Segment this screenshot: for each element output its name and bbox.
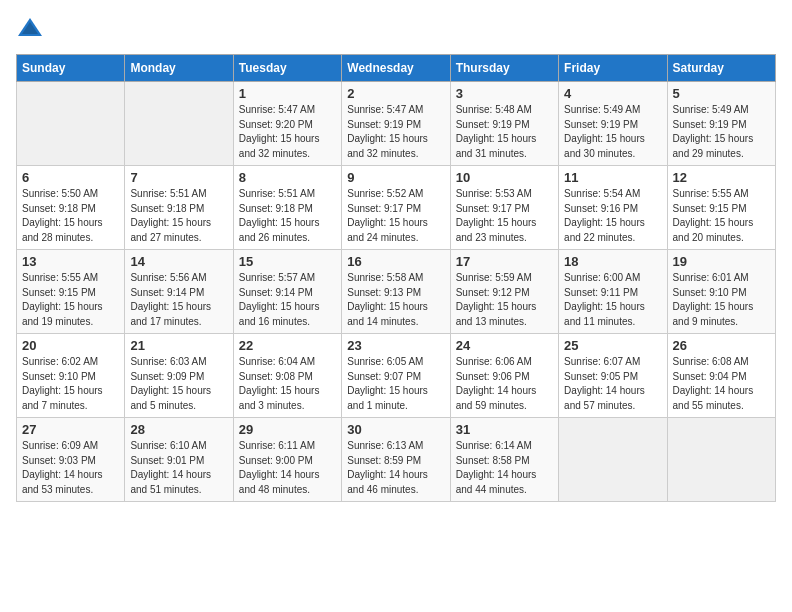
day-number: 25 xyxy=(564,338,661,353)
calendar-cell: 17Sunrise: 5:59 AM Sunset: 9:12 PM Dayli… xyxy=(450,250,558,334)
day-number: 13 xyxy=(22,254,119,269)
calendar-cell: 9Sunrise: 5:52 AM Sunset: 9:17 PM Daylig… xyxy=(342,166,450,250)
weekday-header-row: SundayMondayTuesdayWednesdayThursdayFrid… xyxy=(17,55,776,82)
day-info: Sunrise: 6:13 AM Sunset: 8:59 PM Dayligh… xyxy=(347,439,444,497)
day-info: Sunrise: 6:08 AM Sunset: 9:04 PM Dayligh… xyxy=(673,355,770,413)
day-info: Sunrise: 5:55 AM Sunset: 9:15 PM Dayligh… xyxy=(673,187,770,245)
day-info: Sunrise: 6:00 AM Sunset: 9:11 PM Dayligh… xyxy=(564,271,661,329)
calendar-cell: 23Sunrise: 6:05 AM Sunset: 9:07 PM Dayli… xyxy=(342,334,450,418)
day-info: Sunrise: 5:59 AM Sunset: 9:12 PM Dayligh… xyxy=(456,271,553,329)
calendar-cell: 10Sunrise: 5:53 AM Sunset: 9:17 PM Dayli… xyxy=(450,166,558,250)
day-info: Sunrise: 5:51 AM Sunset: 9:18 PM Dayligh… xyxy=(130,187,227,245)
day-number: 2 xyxy=(347,86,444,101)
weekday-header-monday: Monday xyxy=(125,55,233,82)
day-info: Sunrise: 6:02 AM Sunset: 9:10 PM Dayligh… xyxy=(22,355,119,413)
day-info: Sunrise: 5:56 AM Sunset: 9:14 PM Dayligh… xyxy=(130,271,227,329)
calendar-cell: 31Sunrise: 6:14 AM Sunset: 8:58 PM Dayli… xyxy=(450,418,558,502)
calendar-cell: 20Sunrise: 6:02 AM Sunset: 9:10 PM Dayli… xyxy=(17,334,125,418)
calendar-cell: 25Sunrise: 6:07 AM Sunset: 9:05 PM Dayli… xyxy=(559,334,667,418)
calendar-cell: 27Sunrise: 6:09 AM Sunset: 9:03 PM Dayli… xyxy=(17,418,125,502)
calendar-cell: 26Sunrise: 6:08 AM Sunset: 9:04 PM Dayli… xyxy=(667,334,775,418)
day-number: 8 xyxy=(239,170,336,185)
day-number: 7 xyxy=(130,170,227,185)
calendar-week-1: 1Sunrise: 5:47 AM Sunset: 9:20 PM Daylig… xyxy=(17,82,776,166)
day-number: 9 xyxy=(347,170,444,185)
calendar-cell: 19Sunrise: 6:01 AM Sunset: 9:10 PM Dayli… xyxy=(667,250,775,334)
calendar-cell: 4Sunrise: 5:49 AM Sunset: 9:19 PM Daylig… xyxy=(559,82,667,166)
day-info: Sunrise: 6:11 AM Sunset: 9:00 PM Dayligh… xyxy=(239,439,336,497)
logo-icon xyxy=(16,16,44,44)
day-info: Sunrise: 5:58 AM Sunset: 9:13 PM Dayligh… xyxy=(347,271,444,329)
calendar-week-4: 20Sunrise: 6:02 AM Sunset: 9:10 PM Dayli… xyxy=(17,334,776,418)
calendar-cell: 21Sunrise: 6:03 AM Sunset: 9:09 PM Dayli… xyxy=(125,334,233,418)
day-info: Sunrise: 6:09 AM Sunset: 9:03 PM Dayligh… xyxy=(22,439,119,497)
calendar-week-3: 13Sunrise: 5:55 AM Sunset: 9:15 PM Dayli… xyxy=(17,250,776,334)
day-number: 22 xyxy=(239,338,336,353)
day-number: 4 xyxy=(564,86,661,101)
day-info: Sunrise: 5:48 AM Sunset: 9:19 PM Dayligh… xyxy=(456,103,553,161)
day-number: 5 xyxy=(673,86,770,101)
calendar-cell: 3Sunrise: 5:48 AM Sunset: 9:19 PM Daylig… xyxy=(450,82,558,166)
calendar-cell: 2Sunrise: 5:47 AM Sunset: 9:19 PM Daylig… xyxy=(342,82,450,166)
day-number: 24 xyxy=(456,338,553,353)
day-number: 20 xyxy=(22,338,119,353)
day-info: Sunrise: 5:57 AM Sunset: 9:14 PM Dayligh… xyxy=(239,271,336,329)
day-info: Sunrise: 5:51 AM Sunset: 9:18 PM Dayligh… xyxy=(239,187,336,245)
page-header xyxy=(16,16,776,44)
day-number: 30 xyxy=(347,422,444,437)
calendar-cell: 12Sunrise: 5:55 AM Sunset: 9:15 PM Dayli… xyxy=(667,166,775,250)
day-number: 14 xyxy=(130,254,227,269)
calendar-cell: 28Sunrise: 6:10 AM Sunset: 9:01 PM Dayli… xyxy=(125,418,233,502)
day-info: Sunrise: 5:52 AM Sunset: 9:17 PM Dayligh… xyxy=(347,187,444,245)
day-info: Sunrise: 5:47 AM Sunset: 9:19 PM Dayligh… xyxy=(347,103,444,161)
calendar-cell: 14Sunrise: 5:56 AM Sunset: 9:14 PM Dayli… xyxy=(125,250,233,334)
day-info: Sunrise: 5:49 AM Sunset: 9:19 PM Dayligh… xyxy=(564,103,661,161)
calendar-week-2: 6Sunrise: 5:50 AM Sunset: 9:18 PM Daylig… xyxy=(17,166,776,250)
calendar-cell: 11Sunrise: 5:54 AM Sunset: 9:16 PM Dayli… xyxy=(559,166,667,250)
calendar-cell: 1Sunrise: 5:47 AM Sunset: 9:20 PM Daylig… xyxy=(233,82,341,166)
day-number: 28 xyxy=(130,422,227,437)
day-number: 21 xyxy=(130,338,227,353)
day-number: 6 xyxy=(22,170,119,185)
day-number: 18 xyxy=(564,254,661,269)
day-info: Sunrise: 6:06 AM Sunset: 9:06 PM Dayligh… xyxy=(456,355,553,413)
calendar-cell: 6Sunrise: 5:50 AM Sunset: 9:18 PM Daylig… xyxy=(17,166,125,250)
day-number: 26 xyxy=(673,338,770,353)
calendar-cell: 22Sunrise: 6:04 AM Sunset: 9:08 PM Dayli… xyxy=(233,334,341,418)
calendar-cell: 13Sunrise: 5:55 AM Sunset: 9:15 PM Dayli… xyxy=(17,250,125,334)
day-number: 31 xyxy=(456,422,553,437)
day-info: Sunrise: 5:55 AM Sunset: 9:15 PM Dayligh… xyxy=(22,271,119,329)
calendar-cell xyxy=(125,82,233,166)
day-number: 19 xyxy=(673,254,770,269)
calendar-cell xyxy=(667,418,775,502)
calendar-cell: 24Sunrise: 6:06 AM Sunset: 9:06 PM Dayli… xyxy=(450,334,558,418)
day-number: 10 xyxy=(456,170,553,185)
calendar-cell: 30Sunrise: 6:13 AM Sunset: 8:59 PM Dayli… xyxy=(342,418,450,502)
calendar-cell: 18Sunrise: 6:00 AM Sunset: 9:11 PM Dayli… xyxy=(559,250,667,334)
day-number: 27 xyxy=(22,422,119,437)
day-number: 3 xyxy=(456,86,553,101)
day-info: Sunrise: 6:04 AM Sunset: 9:08 PM Dayligh… xyxy=(239,355,336,413)
day-info: Sunrise: 6:10 AM Sunset: 9:01 PM Dayligh… xyxy=(130,439,227,497)
day-number: 17 xyxy=(456,254,553,269)
day-info: Sunrise: 6:14 AM Sunset: 8:58 PM Dayligh… xyxy=(456,439,553,497)
day-number: 23 xyxy=(347,338,444,353)
calendar-cell xyxy=(559,418,667,502)
weekday-header-friday: Friday xyxy=(559,55,667,82)
day-info: Sunrise: 5:49 AM Sunset: 9:19 PM Dayligh… xyxy=(673,103,770,161)
day-number: 16 xyxy=(347,254,444,269)
day-number: 29 xyxy=(239,422,336,437)
day-info: Sunrise: 6:05 AM Sunset: 9:07 PM Dayligh… xyxy=(347,355,444,413)
day-number: 1 xyxy=(239,86,336,101)
day-info: Sunrise: 5:53 AM Sunset: 9:17 PM Dayligh… xyxy=(456,187,553,245)
logo xyxy=(16,16,48,44)
day-info: Sunrise: 6:07 AM Sunset: 9:05 PM Dayligh… xyxy=(564,355,661,413)
calendar-cell: 7Sunrise: 5:51 AM Sunset: 9:18 PM Daylig… xyxy=(125,166,233,250)
calendar-table: SundayMondayTuesdayWednesdayThursdayFrid… xyxy=(16,54,776,502)
day-info: Sunrise: 6:03 AM Sunset: 9:09 PM Dayligh… xyxy=(130,355,227,413)
day-number: 11 xyxy=(564,170,661,185)
day-number: 15 xyxy=(239,254,336,269)
calendar-cell: 5Sunrise: 5:49 AM Sunset: 9:19 PM Daylig… xyxy=(667,82,775,166)
weekday-header-thursday: Thursday xyxy=(450,55,558,82)
day-info: Sunrise: 6:01 AM Sunset: 9:10 PM Dayligh… xyxy=(673,271,770,329)
